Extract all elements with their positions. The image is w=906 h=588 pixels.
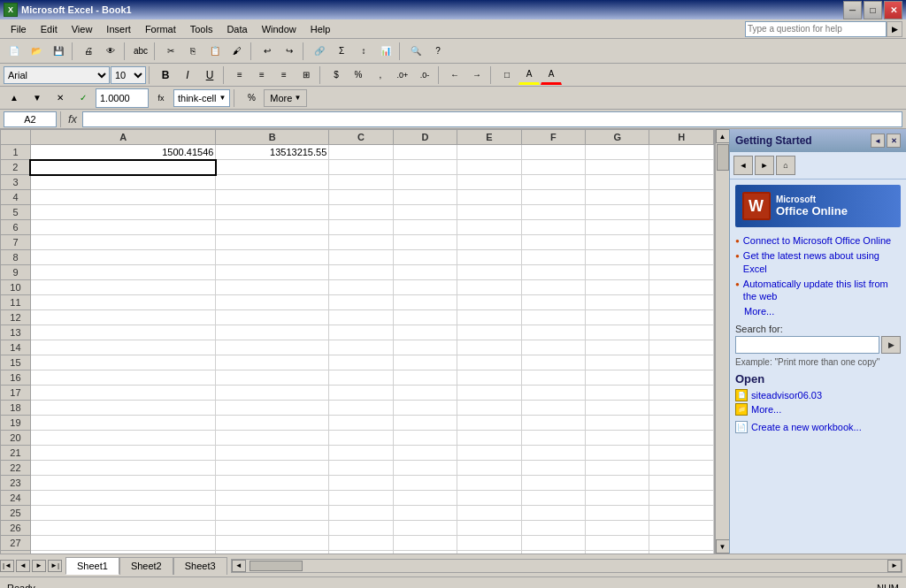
italic-button[interactable]: I [177, 65, 198, 85]
row-header-25[interactable]: 25 [1, 506, 31, 521]
cell-c11[interactable] [329, 295, 393, 310]
percent-button[interactable]: % [348, 65, 369, 85]
tb-chart[interactable]: 📊 [375, 42, 396, 61]
cell-d13[interactable] [393, 325, 457, 340]
cell-g5[interactable] [586, 205, 649, 220]
row-header-6[interactable]: 6 [1, 220, 31, 235]
style-dropdown[interactable]: think-cell ▼ [173, 89, 230, 107]
cell-g18[interactable] [586, 401, 649, 416]
cell-d24[interactable] [393, 491, 457, 506]
col-header-A[interactable]: A [30, 130, 215, 145]
cell-g8[interactable] [586, 250, 649, 265]
cell-c7[interactable] [329, 235, 393, 250]
cell-f5[interactable] [521, 205, 585, 220]
cell-c3[interactable] [329, 175, 393, 190]
cell-d18[interactable] [393, 401, 457, 416]
cell-a20[interactable] [30, 431, 215, 446]
tab-prev-button[interactable]: ◄ [16, 560, 30, 572]
cell-b17[interactable] [216, 386, 329, 401]
cell-a24[interactable] [30, 491, 215, 506]
hscroll-left-button[interactable]: ◄ [232, 560, 246, 572]
cell-a22[interactable] [30, 461, 215, 476]
row-header-13[interactable]: 13 [1, 325, 31, 340]
cell-b24[interactable] [216, 491, 329, 506]
tb-preview[interactable]: 👁 [100, 42, 121, 61]
cell-b6[interactable] [216, 220, 329, 235]
cell-b25[interactable] [216, 506, 329, 521]
cell-d1[interactable] [393, 145, 457, 160]
cell-g16[interactable] [586, 370, 649, 386]
cell-e11[interactable] [457, 295, 521, 310]
tb-up[interactable]: ▲ [4, 88, 25, 108]
cell-b19[interactable] [216, 416, 329, 431]
cell-c5[interactable] [329, 205, 393, 220]
cell-f9[interactable] [521, 265, 585, 280]
cell-a26[interactable] [30, 521, 215, 536]
panel-link-2[interactable]: ● Get the latest news about using Excel [735, 249, 901, 275]
cell-h27[interactable] [649, 536, 714, 551]
tb-down[interactable]: ▼ [27, 88, 48, 108]
row-header-22[interactable]: 22 [1, 461, 31, 476]
cell-f26[interactable] [521, 521, 585, 536]
panel-search-input[interactable] [735, 336, 879, 354]
cell-h21[interactable] [649, 446, 714, 461]
font-color-button[interactable]: A [541, 65, 562, 85]
cell-d9[interactable] [393, 265, 457, 280]
cell-b9[interactable] [216, 265, 329, 280]
cell-g26[interactable] [586, 521, 649, 536]
cell-c15[interactable] [329, 355, 393, 370]
row-header-28[interactable]: 28 [1, 551, 31, 554]
bold-button[interactable]: B [155, 65, 176, 85]
tb-spellcheck[interactable]: abc [130, 42, 151, 61]
cell-f22[interactable] [521, 461, 585, 476]
open-more-link[interactable]: 📁 More... [735, 403, 901, 416]
cell-h22[interactable] [649, 461, 714, 476]
cell-d23[interactable] [393, 476, 457, 491]
more-button[interactable]: More ▼ [264, 89, 307, 107]
fill-color-button[interactable]: A [518, 65, 540, 85]
scroll-track[interactable] [716, 143, 730, 539]
cell-f21[interactable] [521, 446, 585, 461]
cell-e5[interactable] [457, 205, 521, 220]
menu-format[interactable]: Format [138, 20, 183, 38]
row-header-23[interactable]: 23 [1, 476, 31, 491]
cell-g21[interactable] [586, 446, 649, 461]
cell-h25[interactable] [649, 506, 714, 521]
row-header-18[interactable]: 18 [1, 401, 31, 416]
cell-c10[interactable] [329, 280, 393, 295]
cell-d28[interactable] [393, 551, 457, 554]
cell-h14[interactable] [649, 340, 714, 355]
cell-e22[interactable] [457, 461, 521, 476]
hscroll-thumb[interactable] [250, 561, 303, 571]
panel-close-button[interactable]: ✕ [887, 134, 901, 148]
decimal-inc-button[interactable]: .0+ [392, 65, 413, 85]
cell-c19[interactable] [329, 416, 393, 431]
cell-e26[interactable] [457, 521, 521, 536]
close-button[interactable]: ✕ [884, 1, 902, 19]
row-header-1[interactable]: 1 [1, 145, 31, 160]
cell-a11[interactable] [30, 295, 215, 310]
cell-d25[interactable] [393, 506, 457, 521]
cell-f11[interactable] [521, 295, 585, 310]
cell-value-input[interactable] [96, 88, 149, 108]
cell-b1[interactable]: 13513215.55 [216, 145, 329, 160]
underline-button[interactable]: U [199, 65, 220, 85]
cell-h15[interactable] [649, 355, 714, 370]
cell-h5[interactable] [649, 205, 714, 220]
row-header-14[interactable]: 14 [1, 340, 31, 355]
cell-a14[interactable] [30, 340, 215, 355]
cell-a3[interactable] [30, 175, 215, 190]
cell-e21[interactable] [457, 446, 521, 461]
cell-h10[interactable] [649, 280, 714, 295]
cell-a19[interactable] [30, 416, 215, 431]
cell-g10[interactable] [586, 280, 649, 295]
cell-g24[interactable] [586, 491, 649, 506]
cell-d5[interactable] [393, 205, 457, 220]
cell-d4[interactable] [393, 190, 457, 205]
cell-reference-input[interactable] [4, 111, 57, 127]
cell-e9[interactable] [457, 265, 521, 280]
cell-a6[interactable] [30, 220, 215, 235]
cell-f27[interactable] [521, 536, 585, 551]
row-header-7[interactable]: 7 [1, 235, 31, 250]
col-header-C[interactable]: C [329, 130, 393, 145]
